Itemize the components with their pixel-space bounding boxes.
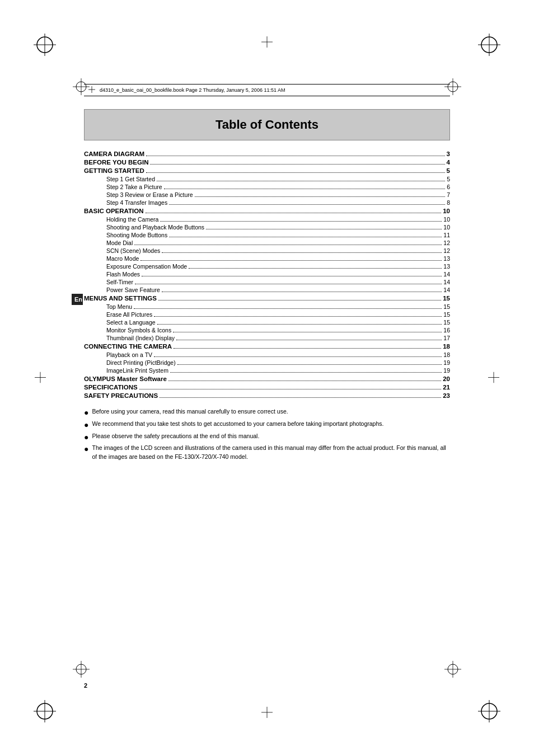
toc-section: BEFORE YOU BEGIN4 xyxy=(84,159,450,166)
toc-sub-label: Step 2 Take a Picture xyxy=(106,184,162,190)
toc-section: OLYMPUS Master Software20 xyxy=(84,375,450,383)
toc-sub-entry: Flash Modes14 xyxy=(84,271,450,278)
toc-sub-entry: Mode Dial12 xyxy=(84,240,450,247)
toc-sub-label: Exposure Compensation Mode xyxy=(106,263,187,270)
toc-dots xyxy=(150,164,444,165)
toc-main-page: 20 xyxy=(443,375,450,382)
toc-main-page: 23 xyxy=(443,392,450,399)
toc-sub-dots xyxy=(157,181,445,181)
note-bullet-icon: ● xyxy=(84,408,88,417)
toc-sub-dots xyxy=(206,229,442,229)
toc-sub-label: Power Save Feature xyxy=(106,287,160,293)
cross-left-center xyxy=(35,372,46,384)
toc-sub-entry: Direct Printing (PictBridge)19 xyxy=(84,359,450,367)
toc-sub-label: Self-Timer xyxy=(106,279,133,285)
toc-sub-label: Step 3 Review or Erase a Picture xyxy=(106,191,193,198)
toc-main-entry: CAMERA DIAGRAM3 xyxy=(84,151,450,158)
toc-main-label: SAFETY PRECAUTIONS xyxy=(84,392,158,399)
toc-sub-dots xyxy=(164,189,446,189)
toc-sub-dots xyxy=(177,364,442,365)
toc-sub-dots xyxy=(176,340,442,340)
toc-sub-label: Flash Modes xyxy=(106,271,140,278)
toc-main-entry: GETTING STARTED5 xyxy=(84,167,450,175)
toc-sub-page: 11 xyxy=(443,232,450,238)
toc-main-label: BASIC OPERATION xyxy=(84,208,144,214)
toc-sub-page: 6 xyxy=(447,184,450,190)
toc-sub-entry: Thumbnail (Index) Display17 xyxy=(84,335,450,342)
toc-main-label: OLYMPUS Master Software xyxy=(84,375,167,382)
toc-sub-dots xyxy=(154,316,442,317)
toc-sub-page: 14 xyxy=(443,279,450,285)
note-item: ●We recommend that you take test shots t… xyxy=(84,420,450,430)
toc-sub-entry: Select a Language15 xyxy=(84,319,450,326)
toc-sub-dots xyxy=(169,204,445,205)
note-text: Please observe the safety precautions at… xyxy=(92,432,259,441)
toc-main-entry: OLYMPUS Master Software20 xyxy=(84,375,450,383)
file-path-bar: d4310_e_basic_oai_00_bookfile.book Page … xyxy=(84,84,450,96)
toc-sub-entry: SCN (Scene) Modes12 xyxy=(84,247,450,255)
file-path-text: d4310_e_basic_oai_00_bookfile.book Page … xyxy=(100,87,285,93)
toc-section: SAFETY PRECAUTIONS23 xyxy=(84,392,450,400)
toc-sub-entry: Shooting and Playback Mode Buttons10 xyxy=(84,224,450,231)
toc-dots xyxy=(158,300,441,300)
toc-sub-page: 8 xyxy=(447,199,450,206)
toc-main-entry: CONNECTING THE CAMERA18 xyxy=(84,343,450,350)
toc-sub-page: 19 xyxy=(443,367,450,374)
toc-sub-dots xyxy=(173,332,442,332)
cross-bottom-center xyxy=(261,707,273,720)
toc-main-entry: BASIC OPERATION10 xyxy=(84,208,450,215)
toc-sub-label: Macro Mode xyxy=(106,255,139,262)
content-area: En Table of Contents CAMERA DIAGRAM3BEFO… xyxy=(84,109,450,666)
toc-sub-dots xyxy=(189,268,442,269)
note-item: ●Before using your camera, read this man… xyxy=(84,407,450,417)
toc-main-label: MENUS AND SETTINGS xyxy=(84,295,157,302)
toc-main-entry: MENUS AND SETTINGS15 xyxy=(84,295,450,302)
toc-section: BASIC OPERATION10Holding the Camera10Sho… xyxy=(84,208,450,294)
toc-sub-label: Shooting and Playback Mode Buttons xyxy=(106,224,204,231)
reg-mark-bottom-left xyxy=(34,700,56,722)
toc-dots xyxy=(174,348,441,349)
toc-sub-page: 10 xyxy=(443,216,450,223)
toc-sub-page: 15 xyxy=(443,311,450,318)
toc-sub-label: Monitor Symbols & Icons xyxy=(106,327,171,334)
toc-sub-page: 15 xyxy=(443,303,450,310)
toc-dots xyxy=(168,381,441,381)
note-item: ●The images of the LCD screen and illust… xyxy=(84,444,450,462)
toc-sub-label: ImageLink Print System xyxy=(106,367,168,374)
toc-main-page: 5 xyxy=(447,167,450,174)
toc-main-entry: SAFETY PRECAUTIONS23 xyxy=(84,392,450,400)
toc-main-label: CONNECTING THE CAMERA xyxy=(84,343,172,350)
toc-sub-entry: Shooting Mode Buttons11 xyxy=(84,232,450,239)
toc-sub-dots xyxy=(160,221,442,222)
toc-sub-entry: Step 4 Transfer Images8 xyxy=(84,199,450,206)
page-number: 2 xyxy=(84,682,87,689)
toc-sub-entry: Step 3 Review or Erase a Picture7 xyxy=(84,191,450,199)
toc-sub-label: Step 4 Transfer Images xyxy=(106,199,167,206)
toc-dots xyxy=(146,172,445,173)
cross-top-center xyxy=(261,36,273,49)
toc-sub-dots xyxy=(134,308,442,309)
toc-section: GETTING STARTED5Step 1 Get Started5Step … xyxy=(84,167,450,206)
toc-section: CONNECTING THE CAMERA18Playback on a TV1… xyxy=(84,343,450,374)
toc-main-entry: SPECIFICATIONS21 xyxy=(84,384,450,391)
toc-sub-entry: Top Menu15 xyxy=(84,303,450,311)
cross-right-center xyxy=(488,372,499,384)
toc-sub-dots xyxy=(140,260,442,261)
toc-sub-entry: Playback on a TV18 xyxy=(84,351,450,359)
toc-main-page: 21 xyxy=(443,384,450,391)
toc-sub-label: Holding the Camera xyxy=(106,216,158,223)
notes-section: ●Before using your camera, read this man… xyxy=(84,407,450,462)
toc-sub-entry: Self-Timer14 xyxy=(84,279,450,286)
toc-main-page: 15 xyxy=(443,295,450,302)
toc-sub-page: 15 xyxy=(443,319,450,326)
toc-sub-dots xyxy=(162,292,442,292)
toc-main-entry: BEFORE YOU BEGIN4 xyxy=(84,159,450,166)
toc-main-page: 18 xyxy=(443,343,450,350)
toc-section: SPECIFICATIONS21 xyxy=(84,384,450,391)
toc-sub-label: SCN (Scene) Modes xyxy=(106,247,160,254)
toc-sub-page: 19 xyxy=(443,359,450,366)
toc-sub-entry: Power Save Feature14 xyxy=(84,287,450,294)
toc-sub-page: 14 xyxy=(443,271,450,278)
toc-sub-page: 14 xyxy=(443,287,450,293)
toc-dots xyxy=(139,389,442,389)
